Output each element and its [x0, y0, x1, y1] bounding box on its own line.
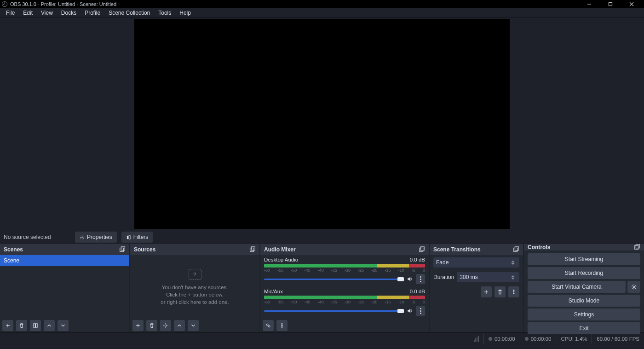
controls-dock: Controls Start Streaming Start Recording…: [524, 244, 644, 332]
popout-icon[interactable]: [419, 246, 425, 253]
menu-view[interactable]: View: [37, 9, 57, 17]
popout-icon[interactable]: [119, 246, 126, 253]
scenes-dock: Scenes Scene: [0, 244, 129, 332]
svg-point-29: [513, 290, 514, 291]
status-live: 00:00:00: [483, 333, 520, 344]
svg-point-17: [165, 325, 167, 326]
svg-point-24: [282, 327, 282, 328]
audio-mixer-header[interactable]: Audio Mixer: [260, 244, 429, 255]
preview-canvas[interactable]: [134, 19, 510, 229]
scene-filters-button[interactable]: [30, 320, 41, 331]
menu-bar: File Edit View Docks Profile Scene Colle…: [0, 8, 644, 17]
rec-dot-icon: [525, 337, 529, 341]
source-properties-button[interactable]: [160, 320, 171, 331]
channel-mute-button[interactable]: [407, 308, 413, 314]
source-add-button[interactable]: [132, 320, 144, 331]
popout-icon[interactable]: [249, 246, 256, 253]
transition-duration-input[interactable]: 300 ms: [457, 272, 519, 282]
transition-remove-button[interactable]: [494, 286, 506, 297]
svg-point-20: [267, 324, 269, 326]
scene-add-button[interactable]: [2, 320, 13, 331]
menu-tools[interactable]: Tools: [154, 9, 175, 17]
obs-logo-icon: [2, 1, 7, 7]
start-virtual-camera-button[interactable]: Start Virtual Camera: [528, 281, 626, 293]
duration-label: Duration: [433, 274, 454, 280]
properties-button[interactable]: Properties: [75, 232, 117, 243]
source-remove-button[interactable]: [146, 320, 157, 331]
gear-icon: [80, 235, 85, 240]
svg-point-22: [282, 324, 282, 325]
audio-mixer-dock: Audio Mixer Desktop Audio 0.0 dB -60-55-…: [260, 244, 429, 332]
channel-meter: [264, 264, 425, 268]
svg-rect-12: [36, 324, 38, 327]
virtual-camera-settings-button[interactable]: [627, 281, 640, 293]
channel-menu-button[interactable]: [416, 274, 425, 284]
svg-rect-8: [121, 247, 125, 250]
popout-icon[interactable]: [634, 244, 640, 250]
menu-docks[interactable]: Docks: [57, 9, 80, 17]
preview-area[interactable]: [0, 17, 644, 230]
scenes-list[interactable]: Scene: [0, 255, 129, 319]
status-rec: 00:00:00: [520, 333, 556, 344]
mixer-channel-mic: Mic/Aux 0.0 dB -60-55-50-45-40-35-30-25-…: [260, 287, 429, 316]
mixer-advanced-button[interactable]: [263, 320, 274, 331]
channel-ticks: -60-55-50-45-40-35-30-25-20-15-10-50: [264, 300, 425, 304]
window-minimize-button[interactable]: [579, 0, 600, 8]
scene-move-down-button[interactable]: [58, 320, 69, 331]
menu-file[interactable]: File: [2, 9, 19, 17]
status-fps: 60.00 / 60.00 FPS: [592, 333, 644, 344]
status-cpu: CPU: 1.4%: [556, 333, 592, 344]
svg-rect-19: [420, 247, 424, 250]
svg-rect-25: [514, 248, 518, 252]
start-recording-button[interactable]: Start Recording: [528, 267, 640, 279]
window-close-button[interactable]: [621, 0, 642, 8]
scene-transitions-header[interactable]: Scene Transitions: [430, 244, 523, 255]
transition-properties-button[interactable]: [508, 286, 519, 297]
window-title: OBS 30.1.0 - Profile: Untitled - Scenes:…: [10, 1, 579, 7]
menu-profile[interactable]: Profile: [80, 9, 104, 17]
popout-icon[interactable]: [513, 246, 519, 253]
svg-rect-14: [251, 247, 255, 250]
sources-header[interactable]: Sources: [130, 244, 259, 255]
source-toolbar: No source selected Properties Filters: [0, 230, 644, 244]
start-streaming-button[interactable]: Start Streaming: [528, 253, 640, 265]
signal-bars-icon: [474, 336, 479, 342]
menu-help[interactable]: Help: [175, 9, 195, 17]
channel-mute-button[interactable]: [407, 276, 413, 282]
sources-empty-state: ? You don't have any sources. Click the …: [130, 255, 259, 319]
source-move-down-button[interactable]: [188, 320, 199, 331]
scenes-header[interactable]: Scenes: [0, 244, 129, 255]
audio-mixer-body: Desktop Audio 0.0 dB -60-55-50-45-40-35-…: [260, 255, 429, 319]
scene-transitions-dock: Scene Transitions Fade Duration 300 ms: [430, 244, 523, 332]
sources-list[interactable]: ? You don't have any sources. Click the …: [130, 255, 259, 319]
scene-remove-button[interactable]: [16, 320, 27, 331]
channel-meter: [264, 296, 425, 299]
transition-add-button[interactable]: [481, 286, 492, 297]
svg-rect-7: [120, 248, 124, 252]
channel-volume-slider[interactable]: [264, 279, 404, 280]
scene-move-up-button[interactable]: [44, 320, 55, 331]
svg-point-31: [513, 293, 514, 294]
menu-edit[interactable]: Edit: [19, 9, 37, 17]
source-move-up-button[interactable]: [174, 320, 185, 331]
controls-header[interactable]: Controls: [524, 244, 644, 250]
filters-button[interactable]: Filters: [121, 232, 153, 243]
mixer-channel-desktop: Desktop Audio 0.0 dB -60-55-50-45-40-35-…: [260, 255, 429, 284]
chevron-updown-icon: [511, 275, 517, 279]
audio-mixer-footer: [260, 319, 429, 332]
mixer-menu-button[interactable]: [276, 320, 288, 331]
svg-rect-1: [609, 3, 612, 6]
window-maximize-button[interactable]: [600, 0, 621, 8]
transition-select[interactable]: Fade: [433, 257, 519, 268]
live-dot-icon: [489, 337, 492, 341]
settings-button[interactable]: Settings: [528, 308, 640, 320]
svg-rect-32: [635, 246, 638, 250]
svg-point-21: [269, 326, 270, 327]
sources-dock: Sources ? You don't have any sources. Cl…: [130, 244, 259, 332]
channel-volume-slider[interactable]: [264, 310, 404, 312]
studio-mode-button[interactable]: Studio Mode: [528, 295, 640, 307]
channel-menu-button[interactable]: [416, 306, 425, 316]
menu-scene-collection[interactable]: Scene Collection: [104, 9, 154, 17]
scene-item[interactable]: Scene: [0, 255, 129, 266]
filters-icon: [126, 235, 131, 240]
